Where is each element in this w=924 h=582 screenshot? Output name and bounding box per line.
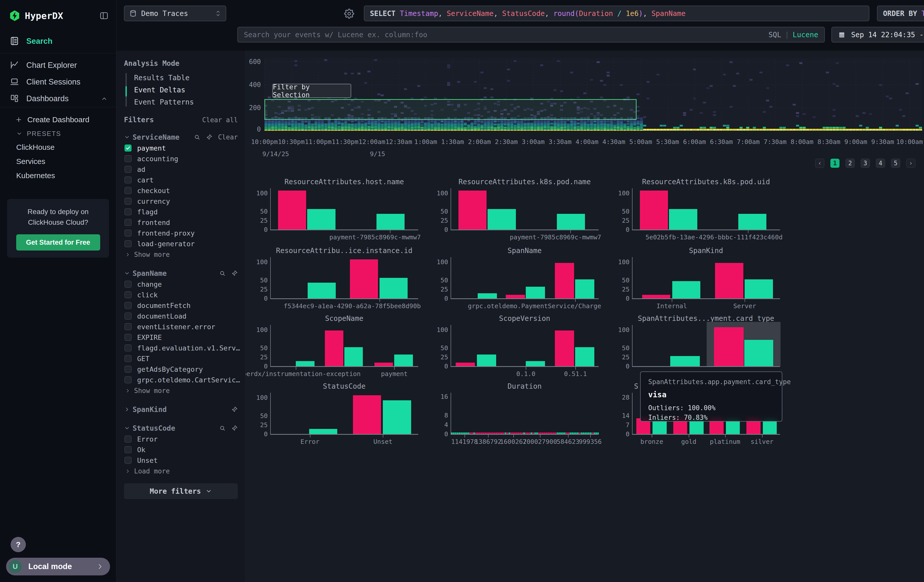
- checkbox[interactable]: [124, 313, 132, 320]
- collapse-sidebar-icon[interactable]: [99, 11, 109, 20]
- presets-label: PRESETS: [27, 130, 61, 138]
- checkbox[interactable]: [124, 366, 132, 373]
- filter-option-getadsbycategory[interactable]: getAdsByCategory: [124, 364, 238, 374]
- filter-load-more[interactable]: Load more: [125, 466, 238, 477]
- local-mode-menu[interactable]: U Local mode: [6, 558, 110, 575]
- pin-icon[interactable]: [231, 270, 238, 277]
- analysis-mode-event-patterns[interactable]: Event Patterns: [125, 96, 238, 108]
- pin-icon[interactable]: [231, 425, 238, 432]
- checkbox[interactable]: [124, 334, 132, 341]
- checkbox[interactable]: [124, 302, 132, 309]
- checkbox[interactable]: [124, 176, 132, 183]
- filter-option-click[interactable]: click: [124, 290, 238, 300]
- checkbox[interactable]: [124, 219, 132, 226]
- checkbox[interactable]: [124, 155, 132, 162]
- filter-option-error[interactable]: Error: [124, 434, 238, 444]
- pin-icon[interactable]: [206, 134, 213, 140]
- filter-option-flagd-evaluation-v1-serv-[interactable]: flagd.evaluation.v1.Serv…: [124, 343, 238, 353]
- page-next-button[interactable]: ›: [906, 159, 916, 168]
- checkbox[interactable]: [124, 280, 132, 288]
- filter-option-get[interactable]: GET: [124, 353, 238, 364]
- filter-by-selection-button[interactable]: Filter by Selection: [272, 84, 351, 98]
- analysis-mode-event-deltas[interactable]: Event Deltas: [125, 84, 238, 96]
- filter-option-load-generator[interactable]: load-generator: [124, 238, 238, 249]
- checkbox[interactable]: [124, 291, 132, 298]
- sidebar-item-search[interactable]: Search: [0, 33, 116, 49]
- checkbox[interactable]: [124, 345, 132, 351]
- filter-option-payment[interactable]: payment: [124, 143, 238, 153]
- checkbox[interactable]: [124, 323, 132, 330]
- checkbox[interactable]: [124, 435, 132, 443]
- filter-option-currency[interactable]: currency: [124, 196, 238, 206]
- duration-baseline-mark: [531, 432, 532, 434]
- page-button-2[interactable]: 2: [846, 159, 855, 168]
- sidebar-item-client-sessions[interactable]: Client Sessions: [0, 74, 116, 90]
- sidebar-preset-clickhouse[interactable]: ClickHouse: [0, 140, 116, 154]
- sidebar-presets-toggle[interactable]: PRESETS: [0, 127, 116, 140]
- analysis-mode-results-table[interactable]: Results Table: [125, 72, 238, 84]
- search-icon[interactable]: [194, 134, 200, 140]
- filter-option-flagd[interactable]: flagd: [124, 206, 238, 217]
- sidebar-preset-services[interactable]: Services: [0, 154, 116, 168]
- filter-group-header-statuscode[interactable]: StatusCode: [124, 422, 238, 434]
- checkbox[interactable]: [124, 166, 132, 173]
- time-range-picker[interactable]: Sep 14 22:04:35 - Sep 15 10:04:35: [832, 27, 924, 43]
- checkbox[interactable]: [124, 229, 132, 237]
- checkbox[interactable]: [124, 198, 132, 205]
- search-input[interactable]: Search your events w/ Lucene ex. column:…: [237, 27, 825, 43]
- sql-select-input[interactable]: SELECT Timestamp, ServiceName, StatusCod…: [364, 6, 870, 21]
- filter-group-header-spankind[interactable]: SpanKind: [124, 404, 238, 415]
- checkbox[interactable]: [124, 208, 132, 215]
- filter-group-clear[interactable]: Clear: [218, 134, 238, 141]
- checkbox[interactable]: [124, 446, 132, 453]
- page-button-3[interactable]: 3: [861, 159, 870, 168]
- heatmap-xtick-3:00am: 3:00am: [522, 138, 544, 145]
- checkbox[interactable]: [124, 187, 132, 194]
- filter-show-more[interactable]: Show more: [125, 249, 238, 260]
- more-filters-button[interactable]: More filters: [124, 483, 238, 499]
- filter-option-unset[interactable]: Unset: [124, 455, 238, 466]
- pin-icon: [231, 425, 238, 432]
- get-started-button[interactable]: Get Started for Free: [16, 234, 100, 251]
- filter-option-change[interactable]: change: [124, 279, 238, 290]
- pin-icon[interactable]: [231, 406, 238, 413]
- filter-option-cart[interactable]: cart: [124, 175, 238, 185]
- filter-option-checkout[interactable]: checkout: [124, 185, 238, 196]
- clear-all-button[interactable]: Clear all: [202, 116, 238, 124]
- page-button-1[interactable]: 1: [830, 159, 840, 168]
- sidebar-preset-kubernetes[interactable]: Kubernetes: [0, 168, 116, 183]
- sidebar-item-create-dashboard[interactable]: Create Dashboard: [0, 112, 116, 127]
- search-icon[interactable]: [219, 425, 226, 432]
- heatmap-canvas[interactable]: [264, 58, 924, 132]
- sidebar-item-dashboards[interactable]: Dashboards: [0, 90, 116, 107]
- filter-option-frontend[interactable]: frontend: [124, 217, 238, 228]
- gear-icon[interactable]: [344, 8, 354, 19]
- page-button-5[interactable]: 5: [891, 159, 900, 168]
- page-button-4[interactable]: 4: [876, 159, 885, 168]
- filter-option-eventlistener-error[interactable]: eventListener.error: [124, 322, 238, 332]
- lang-toggle-sql[interactable]: SQL: [768, 31, 781, 39]
- filter-option-accounting[interactable]: accounting: [124, 153, 238, 164]
- order-by-input[interactable]: ORDER BY Timestamp DESC: [877, 6, 924, 21]
- page-prev-button[interactable]: ‹: [815, 159, 824, 168]
- filter-option-documentfetch[interactable]: documentFetch: [124, 300, 238, 311]
- checkbox[interactable]: [124, 376, 132, 383]
- checkbox[interactable]: [124, 145, 132, 152]
- sidebar-item-chart-explorer[interactable]: Chart Explorer: [0, 57, 116, 74]
- checkbox[interactable]: [124, 240, 132, 247]
- help-button[interactable]: ?: [11, 537, 26, 552]
- filter-group-header-spanname[interactable]: SpanName: [124, 268, 238, 279]
- filter-option-grpc-oteldemo-cartservic-[interactable]: grpc.oteldemo.CartServic…: [124, 374, 238, 385]
- checkbox[interactable]: [124, 355, 132, 362]
- filter-option-documentload[interactable]: documentLoad: [124, 311, 238, 322]
- filter-option-frontend-proxy[interactable]: frontend-proxy: [124, 228, 238, 238]
- filter-option-ok[interactable]: Ok: [124, 444, 238, 455]
- source-select[interactable]: Demo Traces: [124, 6, 226, 21]
- filter-show-more[interactable]: Show more: [125, 385, 238, 396]
- filter-group-header-servicename[interactable]: ServiceNameClear: [124, 132, 238, 143]
- checkbox[interactable]: [124, 457, 132, 464]
- filter-option-expire[interactable]: EXPIRE: [124, 332, 238, 343]
- filter-option-ad[interactable]: ad: [124, 164, 238, 175]
- lang-toggle-lucene[interactable]: Lucene: [793, 31, 818, 39]
- search-icon[interactable]: [219, 270, 226, 277]
